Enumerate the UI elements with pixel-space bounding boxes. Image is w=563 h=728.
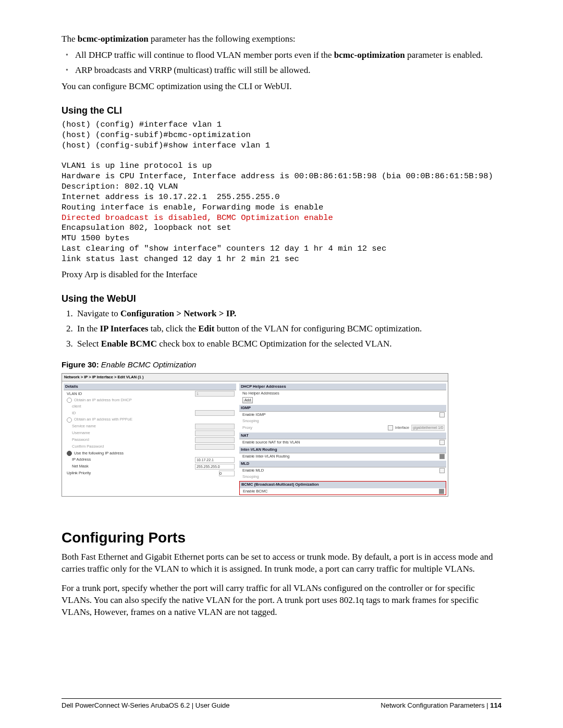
pwd-field[interactable] <box>195 437 235 443</box>
footer-left: Dell PowerConnect W-Series ArubaOS 6.2 |… <box>62 701 230 710</box>
enable-igmp-checkbox[interactable] <box>439 412 445 417</box>
webui-steps: Navigate to Configuration > Network > IP… <box>62 308 501 350</box>
client-label: client <box>67 404 235 409</box>
enable-mld-checkbox[interactable] <box>439 468 445 473</box>
uplink-label: Uplink Priority <box>67 471 217 476</box>
use-following-label: Use the following IP address <box>74 451 235 456</box>
mld-snoop-label: Snooping <box>242 474 445 479</box>
pwd-label: Password <box>67 437 193 442</box>
obtain-pppoe-radio[interactable] <box>67 417 72 423</box>
webui-step-2: In the IP Interfaces tab, click the Edit… <box>75 323 501 335</box>
footer-right: Network Configuration Parameters | 114 <box>381 701 501 710</box>
cli-output: (host) (config) #interface vlan 1 (host)… <box>62 120 501 265</box>
helper-header: DHCP Helper Addresses <box>239 384 446 390</box>
heading-webui: Using the WebUI <box>62 292 501 305</box>
config-method-note: You can configure BCMC optimization usin… <box>62 81 501 93</box>
breadcrumb: Network > IP > IP Interface > Edit VLAN … <box>62 374 448 381</box>
id-field[interactable] <box>195 410 235 416</box>
no-helper: No Helper Addresses <box>242 391 445 396</box>
bcmc-header: BCMC (Broadcast-Multicast) Optimization <box>239 481 446 488</box>
enable-ivr-label: Enable Inter-VLAN Routing <box>242 454 437 459</box>
uplink-select[interactable]: 0 <box>219 471 235 476</box>
snooping-label: Snooping <box>242 418 445 424</box>
intro-paragraph: The bcmc-optimization parameter has the … <box>62 33 501 45</box>
enable-ivr-checkbox[interactable] <box>439 454 445 459</box>
figure-caption: Figure 30: Enable BCMC Optimization <box>62 360 501 370</box>
conf-pwd-field[interactable] <box>195 444 235 450</box>
intervlan-header: Inter-VLAN Routing <box>239 447 446 453</box>
obtain-dhcp-label: Obtain an IP address from DHCP <box>74 398 235 403</box>
svc-label: Service name <box>67 424 193 429</box>
enable-mld-label: Enable MLD <box>242 468 437 473</box>
enable-igmp-label: Enable IGMP <box>242 412 437 417</box>
vlan-id-label: VLAN ID <box>67 391 193 397</box>
ports-p2: For a trunk port, specify whether the po… <box>62 583 501 619</box>
obtain-dhcp-radio[interactable] <box>67 398 72 403</box>
proxy-arp-note: Proxy Arp is disabled for the Interface <box>62 269 501 281</box>
exemption-item-dhcp: All DHCP traffic will continue to flood … <box>75 50 501 61</box>
heading-cli: Using the CLI <box>62 104 501 117</box>
svc-field[interactable] <box>195 424 235 429</box>
mask-field[interactable]: 255.255.255.0 <box>195 464 235 470</box>
webui-step-3: Select Enable BCMC check box to enable B… <box>75 338 501 350</box>
ip-field[interactable]: 10.17.22.1 <box>195 457 235 463</box>
page-footer: Dell PowerConnect W-Series ArubaOS 6.2 |… <box>62 698 501 710</box>
conf-pwd-label: Confirm Password <box>67 444 193 449</box>
vlan-id-field[interactable]: 1 <box>195 391 235 397</box>
ports-p1: Both Fast Ethernet and Gigabit Ethernet … <box>62 551 501 575</box>
user-label: Username <box>67 430 193 436</box>
webui-step-1: Navigate to Configuration > Network > IP… <box>75 308 501 320</box>
proxy-checkbox[interactable] <box>388 425 393 430</box>
enable-bcmc-label: Enable BCMC <box>243 489 437 494</box>
enable-nat-label: Enable source NAT for this VLAN <box>242 440 437 445</box>
iface-label: Interface <box>395 425 409 430</box>
ip-label: IP Address <box>67 457 193 462</box>
enable-bcmc-checkbox[interactable] <box>439 489 444 494</box>
exemption-list: All DHCP traffic will continue to flood … <box>62 50 501 77</box>
details-header: Details <box>64 384 236 390</box>
heading-configuring-ports: Configuring Ports <box>62 528 501 548</box>
webui-screenshot: Network > IP > IP Interface > Edit VLAN … <box>62 373 448 497</box>
igmp-header: IGMP <box>239 405 446 412</box>
proxy-label: Proxy <box>242 425 386 430</box>
exemption-item-arp: ARP broadcasts and VRRP (multicast) traf… <box>75 65 501 77</box>
nat-header: NAT <box>239 433 446 439</box>
mld-header: MLD <box>239 461 446 467</box>
user-field[interactable] <box>195 430 235 436</box>
iface-select[interactable]: gigabitethernet 1/0 <box>411 425 445 430</box>
use-following-radio[interactable] <box>67 451 72 456</box>
id-label: ID <box>67 411 193 416</box>
add-button[interactable]: Add <box>242 397 253 403</box>
enable-nat-checkbox[interactable] <box>439 440 445 445</box>
mask-label: Net Mask <box>67 464 193 469</box>
obtain-pppoe-label: Obtain an IP address with PPPoE <box>74 417 235 422</box>
